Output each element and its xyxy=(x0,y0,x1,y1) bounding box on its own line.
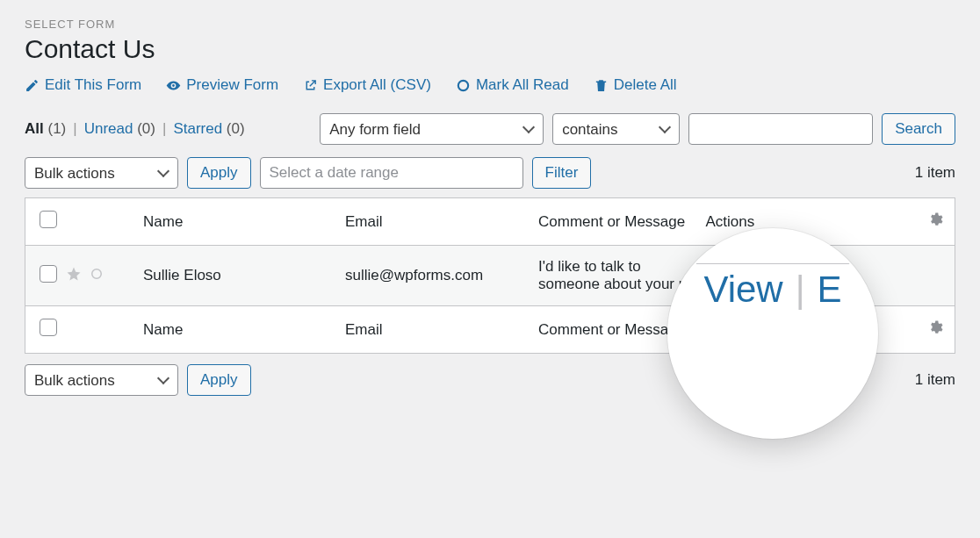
bulk-action-bar-top: Bulk actions Apply Filter 1 item xyxy=(25,157,955,189)
cell-email: sullie@wpforms.com xyxy=(336,246,530,306)
export-csv-link[interactable]: Export All (CSV) xyxy=(303,76,431,94)
export-csv-label: Export All (CSV) xyxy=(323,76,431,94)
column-footer-name[interactable]: Name xyxy=(134,306,336,354)
row-indicators xyxy=(66,266,104,282)
eye-icon xyxy=(166,78,181,93)
column-footer-email[interactable]: Email xyxy=(336,306,530,354)
bulk-actions-select-bottom[interactable]: Bulk actions xyxy=(25,364,178,396)
delete-all-link[interactable]: Delete All xyxy=(594,76,677,94)
cell-message: I'd like to talk to someone about your p xyxy=(530,246,697,306)
magnifier-overlay: View | E xyxy=(667,228,878,439)
circle-icon xyxy=(456,78,471,93)
preview-form-link[interactable]: Preview Form xyxy=(166,76,278,94)
item-count-bottom: 1 item xyxy=(915,371,955,389)
search-comparison-select[interactable]: contains xyxy=(552,113,680,145)
magnified-next-text: E xyxy=(818,269,842,311)
page-title: Contact Us xyxy=(25,34,955,64)
read-indicator-icon[interactable] xyxy=(89,266,104,282)
select-all-checkbox-top[interactable] xyxy=(40,211,57,228)
preview-form-label: Preview Form xyxy=(186,76,278,94)
gear-icon[interactable] xyxy=(927,214,943,231)
cell-name: Sullie Eloso xyxy=(134,246,336,306)
row-checkbox[interactable] xyxy=(40,265,57,283)
status-filters: All (1) | Unread (0) | Starred (0) xyxy=(25,120,245,138)
star-icon[interactable] xyxy=(66,266,82,282)
date-range-input[interactable] xyxy=(260,157,523,189)
mark-all-read-link[interactable]: Mark All Read xyxy=(456,76,569,94)
bulk-actions-select-top[interactable]: Bulk actions xyxy=(25,157,178,189)
pencil-icon xyxy=(25,78,40,93)
bulk-apply-button-top[interactable]: Apply xyxy=(187,157,251,189)
search-field-select[interactable]: Any form field xyxy=(320,113,544,145)
edit-form-link[interactable]: Edit This Form xyxy=(25,76,141,94)
magnified-view-text: View xyxy=(703,269,782,311)
edit-form-label: Edit This Form xyxy=(45,76,141,94)
filter-starred[interactable]: Starred (0) xyxy=(173,120,244,138)
filter-button[interactable]: Filter xyxy=(532,157,592,189)
select-form-label: SELECT FORM xyxy=(25,18,955,31)
svg-point-0 xyxy=(458,80,468,90)
column-header-message[interactable]: Comment or Message xyxy=(530,198,697,246)
mark-all-read-label: Mark All Read xyxy=(476,76,569,94)
search-value-input[interactable] xyxy=(688,113,873,145)
filter-unread[interactable]: Unread (0) xyxy=(84,120,155,138)
select-all-checkbox-bottom[interactable] xyxy=(40,319,57,336)
delete-all-label: Delete All xyxy=(614,76,677,94)
svg-point-1 xyxy=(92,269,102,278)
filters-bar: All (1) | Unread (0) | Starred (0) Any f… xyxy=(25,113,955,145)
action-links-row: Edit This Form Preview Form Export All (… xyxy=(25,76,955,94)
column-header-name[interactable]: Name xyxy=(134,198,336,246)
search-button[interactable]: Search xyxy=(882,113,955,145)
item-count-top: 1 item xyxy=(915,164,955,182)
gear-icon[interactable] xyxy=(927,322,943,339)
export-icon xyxy=(303,78,318,93)
bulk-apply-button-bottom[interactable]: Apply xyxy=(187,364,251,396)
filter-all[interactable]: All (1) xyxy=(25,120,66,138)
column-header-email[interactable]: Email xyxy=(336,198,530,246)
trash-icon xyxy=(594,78,609,93)
